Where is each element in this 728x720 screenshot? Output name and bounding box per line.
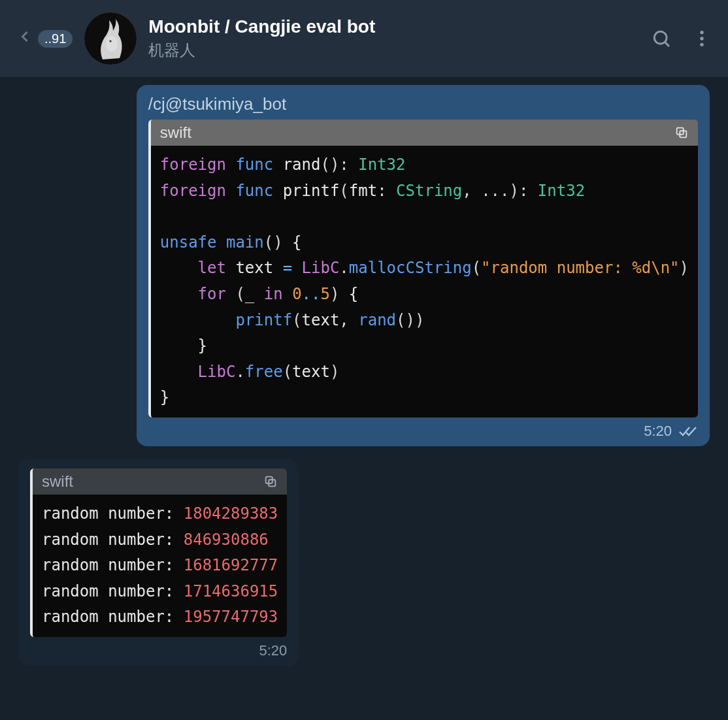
header-actions <box>651 28 712 49</box>
chat-title: Moonbit / Cangjie eval bot <box>148 16 639 37</box>
more-button[interactable] <box>691 28 712 49</box>
svg-point-3 <box>654 31 667 44</box>
message-incoming[interactable]: swift random number: 1804289383 random n… <box>18 459 299 666</box>
message-meta: 5:20 <box>148 423 698 440</box>
message-bubble: /cj@tsukimiya_bot swift foreign func ran… <box>137 85 710 446</box>
read-checks-icon <box>678 424 698 438</box>
back-arrow-icon <box>16 27 34 51</box>
unread-badge: ..91 <box>38 30 73 48</box>
avatar[interactable] <box>84 12 137 65</box>
svg-point-5 <box>700 31 703 34</box>
code-lang-label: swift <box>160 123 191 142</box>
back-button[interactable]: ..91 <box>16 27 73 51</box>
copy-icon[interactable] <box>263 474 278 489</box>
svg-point-7 <box>700 43 703 46</box>
code-block: swift foreign func rand(): Int32 foreign… <box>148 120 698 417</box>
search-button[interactable] <box>651 28 672 49</box>
chat-title-group[interactable]: Moonbit / Cangjie eval bot 机器人 <box>148 16 639 61</box>
message-outgoing[interactable]: /cj@tsukimiya_bot swift foreign func ran… <box>137 85 710 446</box>
message-time: 5:20 <box>259 642 287 659</box>
svg-point-1 <box>106 36 118 52</box>
messages-container: /cj@tsukimiya_bot swift foreign func ran… <box>0 77 728 674</box>
code-lang-label: swift <box>42 472 73 491</box>
chat-subtitle: 机器人 <box>148 40 639 61</box>
chat-header: ..91 Moonbit / Cangjie eval bot 机器人 <box>0 0 728 77</box>
message-time: 5:20 <box>644 423 672 440</box>
svg-point-2 <box>110 41 112 42</box>
code-header: swift <box>33 468 287 495</box>
code-block: swift random number: 1804289383 random n… <box>30 468 287 637</box>
code-header: swift <box>151 120 698 146</box>
copy-icon[interactable] <box>674 125 689 140</box>
message-bubble: swift random number: 1804289383 random n… <box>18 459 299 666</box>
svg-line-4 <box>665 42 669 46</box>
code-body[interactable]: random number: 1804289383 random number:… <box>33 495 287 637</box>
code-body[interactable]: foreign func rand(): Int32 foreign func … <box>151 146 698 417</box>
svg-point-6 <box>700 37 703 40</box>
message-meta: 5:20 <box>30 642 287 659</box>
bot-command: /cj@tsukimiya_bot <box>148 94 698 114</box>
